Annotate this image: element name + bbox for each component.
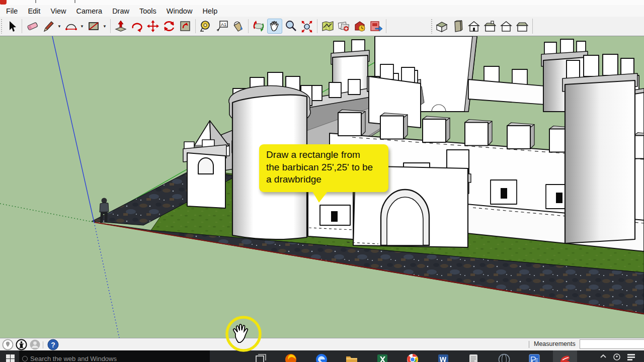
line-tool-dropdown[interactable]: ▼: [56, 19, 62, 34]
menu-help[interactable]: Help: [197, 6, 222, 16]
model-info-button[interactable]: [15, 339, 27, 351]
browser-app-icon[interactable]: [498, 353, 511, 362]
iso-house-icon: [435, 19, 449, 33]
tray-notifications-icon[interactable]: [627, 353, 636, 360]
eraser-tool-button[interactable]: [25, 19, 40, 34]
gray-app-icon[interactable]: [467, 353, 480, 362]
followme-tool-button[interactable]: [129, 19, 144, 34]
text-icon: A1: [215, 20, 228, 33]
arc-tool-dropdown[interactable]: ▼: [79, 19, 85, 34]
toolbar: ▼ ▼ ▼: [0, 17, 644, 36]
menu-file[interactable]: File: [1, 6, 23, 16]
photo-textures-tool-button[interactable]: [336, 19, 351, 34]
move-icon: [146, 20, 159, 33]
text-tool-button[interactable]: A1: [214, 19, 229, 34]
geolocation-button[interactable]: [2, 339, 14, 351]
tray-chevron-icon[interactable]: [600, 353, 607, 359]
rotate-tool-button[interactable]: [162, 19, 177, 34]
taskbar-search[interactable]: Search the web and Windows: [19, 350, 210, 362]
toolbar-separator: [110, 19, 111, 33]
pan-tool-button[interactable]: [267, 19, 282, 34]
svg-text:A1: A1: [221, 22, 226, 27]
task-view-button[interactable]: [254, 353, 267, 362]
view-top-button[interactable]: [450, 19, 465, 34]
tooltip-line: Draw a rectangle from: [266, 149, 384, 161]
pencil-icon: [42, 20, 55, 33]
tape-measure-tool-button[interactable]: [198, 19, 213, 34]
status-bar: ? Measurements: [0, 338, 644, 351]
warehouse-tool-button[interactable]: [352, 19, 367, 34]
svg-text:?: ?: [51, 341, 55, 349]
sign-in-button[interactable]: [29, 339, 41, 351]
paint-bucket-icon: [231, 20, 245, 33]
orbit-tool-button[interactable]: [251, 19, 266, 34]
view-back-button[interactable]: [499, 19, 514, 34]
search-icon: [22, 356, 28, 361]
views-toolbar-grip[interactable]: [431, 19, 433, 34]
right-view-icon: [483, 19, 497, 33]
sketchup-logo-icon: [0, 0, 7, 5]
add-location-tool-button[interactable]: [320, 19, 335, 34]
arc-tool-button[interactable]: [63, 19, 78, 34]
views-toolbar: [430, 17, 533, 36]
menu-tools[interactable]: Tools: [134, 6, 162, 16]
sketchup-taskbar-icon[interactable]: [558, 353, 572, 362]
views-toolbar-edge: [532, 19, 533, 34]
pushpull-tool-button[interactable]: [113, 19, 128, 34]
back-view-icon: [499, 19, 513, 33]
line-tool-button[interactable]: [41, 19, 56, 34]
start-button[interactable]: [6, 354, 15, 362]
edge-icon[interactable]: [315, 353, 328, 362]
gate-arch-inner: [387, 197, 423, 245]
word-icon[interactable]: [437, 353, 450, 362]
rectangle-tool-button[interactable]: [86, 19, 101, 34]
left-tower-window: [198, 158, 213, 174]
zoom-extents-tool-button[interactable]: [299, 19, 314, 34]
view-iso-button[interactable]: [434, 19, 449, 34]
rotate-icon: [163, 20, 176, 33]
followme-icon: [130, 20, 143, 33]
menu-draw[interactable]: Draw: [107, 6, 134, 16]
zoom-tool-button[interactable]: [283, 19, 298, 34]
question-icon: ?: [47, 339, 59, 350]
measurements-separator: [529, 341, 529, 348]
title-bar: [0, 0, 644, 5]
share-model-tool-button[interactable]: [368, 19, 383, 34]
rectangle-tool-dropdown[interactable]: ▼: [102, 19, 108, 34]
toolbar-separator: [317, 19, 317, 33]
menu-window[interactable]: Window: [162, 6, 198, 16]
instructor-tooltip: Draw a rectangle from the barbican 25',2…: [259, 144, 388, 192]
tower-front-right: [562, 54, 637, 243]
photo-textures-icon: [337, 20, 350, 33]
file-explorer-icon[interactable]: [345, 353, 358, 362]
chrome-icon[interactable]: [406, 353, 419, 362]
move-tool-button[interactable]: [145, 19, 160, 34]
blue-app-icon[interactable]: [528, 353, 541, 362]
menu-bar: File Edit View Camera Draw Tools Window …: [0, 5, 644, 17]
tray-contact-icon[interactable]: [613, 353, 621, 360]
help-button[interactable]: ?: [47, 339, 59, 351]
select-tool-button[interactable]: [4, 19, 19, 34]
pan-hand-icon: [269, 20, 281, 32]
excel-icon[interactable]: [376, 353, 389, 362]
paint-bucket-tool-button[interactable]: [230, 19, 246, 34]
menu-view[interactable]: View: [45, 6, 71, 16]
menu-edit[interactable]: Edit: [23, 6, 45, 16]
front-view-icon: [467, 19, 481, 33]
zoom-icon: [284, 20, 297, 33]
menu-camera[interactable]: Camera: [71, 6, 108, 16]
firefox-icon[interactable]: [284, 353, 297, 362]
measurements-input[interactable]: [580, 339, 644, 349]
toolbar-grip[interactable]: [1, 19, 3, 34]
top-view-icon: [451, 19, 465, 33]
view-right-button[interactable]: [482, 19, 498, 34]
view-left-button[interactable]: [515, 19, 530, 34]
eraser-icon: [26, 20, 39, 33]
user-icon: [29, 339, 41, 350]
tooltip-line: the barbican 25',25' to be: [266, 161, 384, 174]
tooltip-line: a drawbridge: [266, 173, 384, 186]
toolbar-separator: [248, 19, 249, 33]
view-front-button[interactable]: [466, 19, 481, 34]
pushpull-icon: [114, 20, 127, 33]
offset-tool-button[interactable]: [178, 19, 193, 34]
